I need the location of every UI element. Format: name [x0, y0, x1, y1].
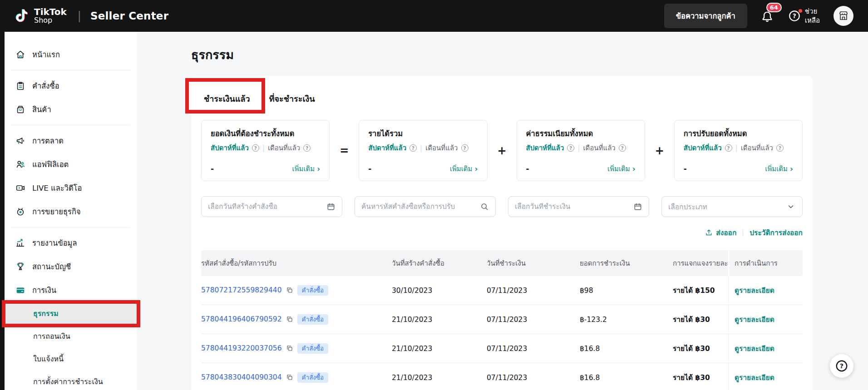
order-id-link[interactable]: 578043830404090304	[201, 373, 282, 381]
breakdown-cell: รายได้ ฿150	[673, 285, 728, 296]
top-header: TikTok Shop | Seller Center ข้อความจากลู…	[0, 0, 868, 32]
view-details-link[interactable]: ดูรายละเอียด	[735, 372, 774, 383]
question-icon[interactable]: ?	[567, 144, 574, 152]
order-create-date-input[interactable]	[208, 202, 326, 211]
question-icon[interactable]: ?	[461, 144, 469, 152]
view-details-link[interactable]: ดูรายละเอียด	[735, 343, 774, 354]
tiktok-note-icon	[14, 7, 29, 25]
sidebar-divider	[11, 70, 130, 70]
created-date-cell: 21/10/2023	[392, 345, 487, 353]
payment-date-input[interactable]	[515, 202, 633, 211]
sidebar-item-label: สถานะบัญชี	[32, 261, 71, 272]
order-id-link[interactable]: 578044196406790592	[201, 315, 282, 323]
period-last-month[interactable]: เดือนที่แล้ว	[268, 143, 300, 153]
payment-date-filter[interactable]	[508, 196, 649, 217]
card-title: ยอดเงินที่ต้องชำระทั้งหมด	[211, 128, 320, 139]
shopping-bag-icon	[15, 104, 25, 114]
floating-help-button[interactable]: ?	[830, 354, 853, 378]
help-label: ช่วย เหลือ	[805, 7, 820, 25]
sidebar-item-data-reports[interactable]: รายงานข้อมูล	[5, 231, 137, 255]
sidebar-item-orders[interactable]: คำสั่งซื้อ	[5, 74, 137, 98]
question-icon[interactable]: ?	[776, 144, 784, 152]
more-label: เพิ่มเติม	[450, 163, 473, 174]
tab-bar: ชำระเงินแล้ว ที่จะชำระเงิน	[201, 76, 803, 112]
export-button[interactable]: ส่งออก	[705, 227, 736, 238]
svg-text:?: ?	[840, 362, 843, 370]
table-row: 578044196406790592 คำสั่งซื้อ 21/10/2023…	[201, 305, 803, 334]
order-id-search-filter[interactable]	[355, 196, 496, 217]
breakdown-cell: รายได้ ฿30	[673, 372, 728, 383]
question-icon[interactable]: ?	[619, 144, 626, 152]
question-icon[interactable]: ?	[725, 144, 732, 152]
more-link[interactable]: เพิ่มเติม ›	[765, 163, 793, 174]
sidebar-item-label: หน้าแรก	[32, 49, 60, 60]
period-separator: |	[735, 144, 738, 152]
card-value: -	[526, 164, 529, 173]
sidebar-subitem-payment-settings[interactable]: การตั้งค่าการชำระเงิน	[5, 370, 137, 390]
breakdown-cell: รายได้ ฿30	[673, 314, 728, 325]
search-icon	[480, 202, 489, 211]
sidebar-subitem-withdrawals[interactable]: การถอนเงิน	[5, 325, 137, 347]
copy-icon[interactable]	[286, 374, 293, 381]
period-last-week[interactable]: สัปดาห์ที่แล้ว	[211, 143, 249, 153]
view-details-link[interactable]: ดูรายละเอียด	[735, 285, 774, 296]
column-header-created-date: วันที่สร้างคำสั่งซื้อ	[392, 258, 487, 269]
tab-to-be-paid[interactable]: ที่จะชำระเงิน	[269, 92, 315, 112]
sidebar-subitem-label: การถอนเงิน	[33, 331, 70, 342]
sidebar-item-finance[interactable]: การเงิน	[5, 278, 137, 302]
order-id-link[interactable]: 578072172559829440	[201, 286, 282, 294]
question-icon[interactable]: ?	[303, 144, 311, 152]
question-icon[interactable]: ?	[409, 144, 417, 152]
card-total-adjustments: การปรับยอดทั้งหมด สัปดาห์ที่แล้ว ? | เดื…	[674, 120, 803, 181]
sidebar-subitem-invoices[interactable]: ใบแจ้งหนี้	[5, 347, 137, 370]
order-id-link[interactable]: 578044193220037056	[201, 344, 282, 352]
more-link[interactable]: เพิ่มเติม ›	[450, 163, 478, 174]
copy-icon[interactable]	[286, 345, 293, 352]
sidebar-item-home[interactable]: หน้าแรก	[5, 43, 137, 66]
copy-icon[interactable]	[286, 286, 293, 294]
sidebar-item-live-video[interactable]: LIVE และวิดีโอ	[5, 176, 137, 200]
question-circle-icon: ?	[835, 359, 848, 373]
more-link[interactable]: เพิ่มเติม ›	[607, 163, 636, 174]
help-button[interactable]: ? ช่วย เหลือ	[788, 7, 820, 25]
period-last-week[interactable]: สัปดาห์ที่แล้ว	[684, 143, 722, 153]
tiktok-shop-logo[interactable]: TikTok Shop	[14, 7, 67, 25]
period-last-week[interactable]: สัปดาห์ที่แล้ว	[368, 143, 406, 153]
notifications-button[interactable]: 64	[761, 8, 774, 24]
customer-messages-button[interactable]: ข้อความจากลูกค้า	[664, 4, 747, 28]
export-label: ส่งออก	[716, 227, 736, 238]
more-link[interactable]: เพิ่มเติม ›	[292, 163, 321, 174]
seller-center-title: Seller Center	[90, 10, 168, 22]
copy-icon[interactable]	[286, 316, 293, 323]
period-last-month[interactable]: เดือนที่แล้ว	[425, 143, 458, 153]
sidebar-subitem-transactions[interactable]: ธุรกรรม	[5, 302, 137, 325]
sidebar-item-label: สินค้า	[32, 104, 51, 115]
wallet-icon	[15, 285, 25, 295]
table-row: 578072172559829440 คำสั่งซื้อ 30/10/2023…	[201, 276, 803, 305]
sidebar-item-marketing[interactable]: การตลาด	[5, 129, 137, 153]
sidebar-item-business-growth[interactable]: การขยายธุรกิจ	[5, 200, 137, 223]
period-last-month[interactable]: เดือนที่แล้ว	[583, 143, 615, 153]
amount-cell: ฿98	[580, 286, 673, 295]
period-separator: |	[262, 144, 265, 152]
period-separator: |	[577, 144, 580, 152]
type-select[interactable]: เลือกประเภท	[661, 196, 803, 217]
card-total-revenue: รายได้รวม สัปดาห์ที่แล้ว ? | เดือนที่แล้…	[359, 120, 487, 181]
order-type-badge: คำสั่งซื้อ	[297, 343, 329, 354]
order-id-search-input[interactable]	[361, 202, 480, 211]
view-details-link[interactable]: ดูรายละเอียด	[735, 314, 774, 325]
order-create-date-filter[interactable]	[201, 196, 342, 217]
period-last-month[interactable]: เดือนที่แล้ว	[741, 143, 773, 153]
period-last-week[interactable]: สัปดาห์ที่แล้ว	[526, 143, 564, 153]
column-header-order-id: รหัสคำสั่งซื้อ/รหัสการปรับ	[201, 258, 392, 269]
transactions-panel: ชำระเงินแล้ว ที่จะชำระเงิน ยอดเงินที่ต้อ…	[191, 76, 813, 390]
question-icon[interactable]: ?	[252, 144, 259, 152]
sidebar-item-account-health[interactable]: สถานะบัญชี	[5, 255, 137, 278]
export-history-link[interactable]: ประวัติการส่งออก	[750, 227, 803, 238]
help-label-line2: เหลือ	[805, 16, 820, 25]
sidebar-item-affiliate[interactable]: แอฟฟิลิเอต	[5, 153, 137, 176]
tab-paid[interactable]: ชำระเงินแล้ว	[204, 92, 250, 112]
shop-profile-button[interactable]	[833, 6, 853, 26]
sidebar-item-products[interactable]: สินค้า	[5, 98, 137, 121]
summary-cards-row: ยอดเงินที่ต้องชำระทั้งหมด สัปดาห์ที่แล้ว…	[201, 120, 803, 181]
